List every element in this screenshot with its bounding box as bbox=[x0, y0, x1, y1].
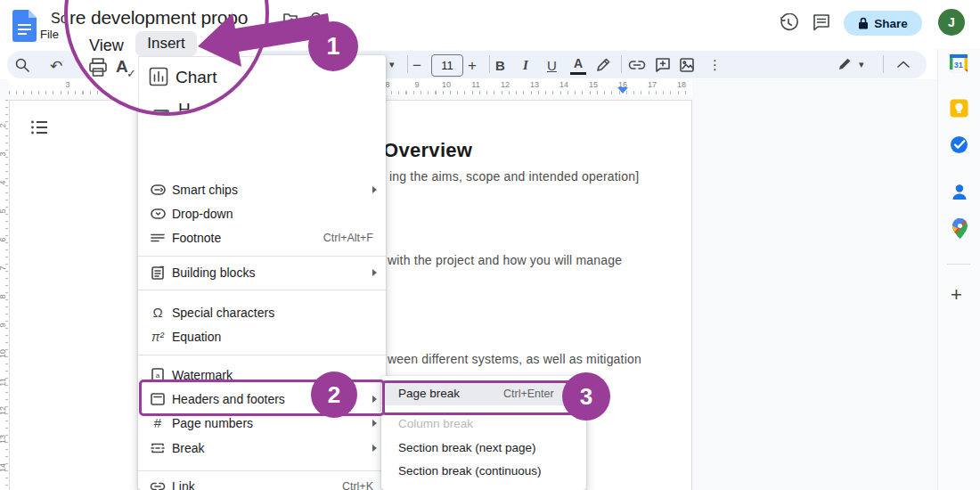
toolbar-separator bbox=[883, 55, 884, 73]
insert-link-icon[interactable] bbox=[628, 59, 646, 71]
menu-item-link[interactable]: Link Ctrl+K bbox=[138, 474, 386, 490]
rail-divider bbox=[947, 264, 970, 265]
add-comment-icon[interactable] bbox=[655, 57, 671, 73]
indent-marker[interactable] bbox=[617, 87, 628, 94]
avatar[interactable]: J bbox=[938, 9, 965, 36]
font-size-input[interactable]: 11 bbox=[431, 54, 463, 77]
link-icon bbox=[150, 478, 166, 490]
ruler-number: 7 bbox=[0, 261, 7, 275]
menu-item-drop-down[interactable]: Drop-down bbox=[138, 201, 386, 225]
highlight-pen-icon[interactable] bbox=[595, 57, 611, 73]
ruler-number: 4 bbox=[0, 176, 7, 190]
submenu-arrow-icon bbox=[372, 445, 377, 452]
submenu-item-section-break-continuous[interactable]: Section break (continuous) bbox=[381, 459, 586, 483]
menu-divider bbox=[138, 256, 386, 257]
menu-item-building-blocks[interactable]: Building blocks bbox=[138, 260, 386, 284]
comments-icon[interactable] bbox=[812, 12, 831, 32]
menu-divider bbox=[138, 355, 386, 355]
hash-icon: # bbox=[150, 415, 166, 431]
maps-icon[interactable] bbox=[952, 218, 968, 239]
increase-font-button[interactable]: + bbox=[468, 57, 477, 75]
break-icon bbox=[150, 440, 166, 456]
ruler-number: 13 bbox=[0, 432, 7, 446]
horizontal-line-icon-zoomed bbox=[153, 110, 169, 113]
insert-image-icon[interactable] bbox=[679, 57, 695, 73]
tasks-icon[interactable] bbox=[950, 135, 968, 154]
submenu-arrow-icon bbox=[372, 186, 377, 193]
ruler-number: 2 bbox=[0, 118, 7, 133]
more-toolbar-icon[interactable]: ⋮ bbox=[708, 57, 722, 73]
decrease-font-button[interactable]: − bbox=[412, 57, 421, 75]
toolbar-separator bbox=[621, 55, 622, 73]
svg-text:a: a bbox=[156, 372, 160, 380]
toolbar-separator bbox=[489, 55, 490, 73]
smart-chips-icon bbox=[150, 182, 166, 198]
ruler-number: 17 bbox=[643, 80, 661, 89]
calendar-icon[interactable]: 31 bbox=[949, 53, 968, 73]
ruler-number: 12 bbox=[496, 80, 514, 89]
collapse-toolbar-icon[interactable] bbox=[896, 60, 911, 69]
document-text-line: ing the aims, scope and intended operati… bbox=[389, 169, 639, 184]
vertical-ruler[interactable]: 2 3 4 5 6 7 8 9 10 11 12 13 14 bbox=[0, 100, 9, 490]
omega-icon: Ω bbox=[150, 305, 166, 321]
menu-item-footnote[interactable]: Footnote Ctrl+Alt+F bbox=[138, 225, 386, 249]
document-heading: Overview bbox=[383, 139, 472, 162]
mode-caret-icon[interactable]: ▾ bbox=[859, 59, 864, 70]
building-blocks-icon bbox=[150, 265, 166, 281]
ruler-number: 3 bbox=[0, 147, 7, 161]
document-text-line: with the project and how you will manage bbox=[388, 253, 622, 267]
contacts-icon[interactable] bbox=[951, 184, 968, 201]
submenu-item-column-break: Column break bbox=[381, 412, 586, 436]
font-dropdown-caret-icon[interactable]: ▾ bbox=[389, 59, 395, 70]
ruler-number: 9 bbox=[0, 318, 7, 332]
insert-menu: Smart chips Drop-down Footnote Ctrl+Alt+… bbox=[138, 55, 386, 490]
menu-item-equation[interactable]: π² Equation bbox=[138, 324, 386, 348]
annotation-step-badge-1: 1 bbox=[308, 21, 358, 71]
share-button-label: Share bbox=[874, 17, 908, 30]
toolbar-separator bbox=[407, 55, 408, 73]
italic-button[interactable]: I bbox=[523, 58, 528, 73]
menu-divider bbox=[138, 470, 386, 471]
lock-icon bbox=[858, 17, 869, 29]
submenu-arrow-icon bbox=[372, 420, 377, 427]
ruler-number: 14 bbox=[0, 461, 7, 475]
ruler-number: 11 bbox=[467, 80, 485, 89]
document-outline-icon[interactable] bbox=[30, 119, 48, 135]
ruler-number: 10 bbox=[0, 347, 7, 361]
text-color-button[interactable]: A bbox=[574, 56, 583, 70]
menu-item-horizontal-line-zoomed[interactable]: H bbox=[178, 100, 191, 116]
submenu-item-section-break-next[interactable]: Section break (next page) bbox=[381, 436, 586, 460]
ruler-number: 9 bbox=[408, 80, 426, 89]
drop-down-icon bbox=[150, 206, 166, 222]
ruler-number: 8 bbox=[0, 290, 7, 304]
ruler-number: 5 bbox=[0, 204, 7, 218]
ruler-number: 12 bbox=[0, 404, 7, 418]
editing-mode-pencil-icon[interactable] bbox=[837, 56, 853, 71]
ruler-number: 15 bbox=[584, 80, 602, 89]
submenu-arrow-icon bbox=[372, 269, 377, 276]
ruler-number: 10 bbox=[437, 80, 455, 89]
annotation-step-badge-3: 3 bbox=[562, 372, 610, 421]
annotation-step-badge-2: 2 bbox=[311, 372, 357, 418]
underline-button[interactable]: U bbox=[547, 58, 557, 73]
keep-icon[interactable] bbox=[950, 99, 968, 118]
ruler-number: 13 bbox=[526, 80, 543, 89]
ruler-number: 14 bbox=[555, 80, 573, 89]
ruler-number: 11 bbox=[0, 375, 7, 389]
menu-item-smart-chips[interactable]: Smart chips bbox=[138, 177, 386, 201]
text-color-bar bbox=[570, 72, 586, 75]
get-addons-plus-icon[interactable]: + bbox=[951, 283, 962, 306]
ruler-number: 6 bbox=[0, 233, 7, 247]
menu-item-break[interactable]: Break bbox=[138, 436, 386, 460]
equation-icon: π² bbox=[150, 329, 166, 345]
document-text-line: ween different systems, as well as mitig… bbox=[388, 352, 641, 366]
annotation-outline-page-break bbox=[382, 380, 579, 415]
share-button[interactable]: Share bbox=[844, 11, 922, 36]
footnote-icon bbox=[150, 230, 166, 246]
calendar-number: 31 bbox=[954, 61, 963, 69]
ruler-number: 18 bbox=[673, 80, 690, 89]
bold-button[interactable]: B bbox=[495, 58, 505, 73]
version-history-icon[interactable] bbox=[779, 13, 798, 33]
menu-item-special-characters[interactable]: Ω Special characters bbox=[138, 300, 386, 324]
menu-divider bbox=[138, 290, 386, 290]
